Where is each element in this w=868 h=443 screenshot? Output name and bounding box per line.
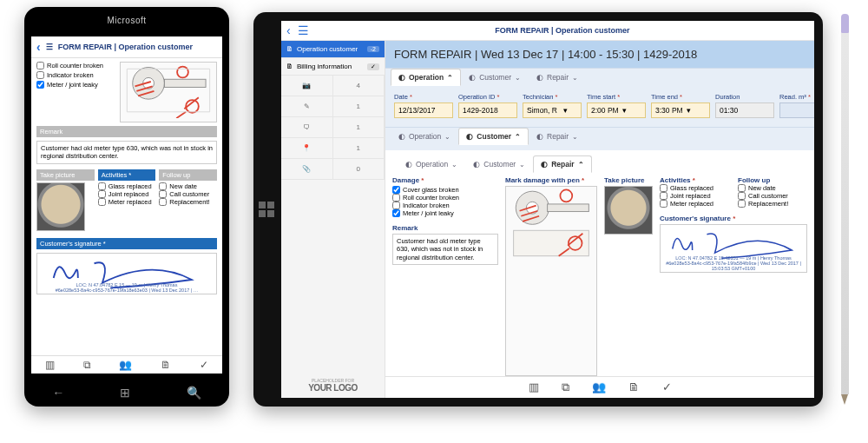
people-icon[interactable]: 👥	[592, 380, 606, 394]
svg-rect-6	[548, 204, 589, 212]
phone-activity-2-label: Meter replaced	[108, 198, 152, 206]
phone-activity-1[interactable]: Joint replaced	[98, 190, 156, 198]
repair-damage-1[interactable]: Roll counter broken	[392, 194, 498, 202]
repair-activity-2-checkbox[interactable]	[660, 200, 667, 208]
menu-icon[interactable]: ☰	[46, 43, 53, 51]
people-icon[interactable]: 👥	[119, 359, 132, 371]
phone-damage-1[interactable]: Indicator broken	[36, 71, 115, 79]
repair-damage-3-checkbox[interactable]	[392, 209, 400, 217]
repair-activity-2[interactable]: Meter replaced	[660, 200, 729, 208]
filter-icon[interactable]: ▥	[45, 359, 55, 371]
repair-damage-3[interactable]: Meter / joint leaky	[392, 209, 498, 217]
section-tab-customer[interactable]: ◐Customer⌃	[458, 128, 529, 145]
repair-activity-1[interactable]: Joint replaced	[660, 192, 729, 200]
check-icon[interactable]: ✓	[662, 380, 672, 394]
op-input-tend[interactable]	[651, 102, 710, 118]
tablet-screen: ‹ ☰ FORM REPAIR | Operation customer 🗎Op…	[281, 21, 814, 398]
os-search-icon[interactable]: 🔍	[187, 386, 201, 400]
sidebar-tab-0[interactable]: 🗎Operation customer-2	[281, 41, 385, 58]
phone-followup-2[interactable]: Replacement!	[159, 198, 217, 206]
repair-damage-0[interactable]: Cover glass broken	[392, 186, 498, 194]
repair-activity-1-checkbox[interactable]	[660, 192, 667, 200]
phone-followup-1-checkbox[interactable]	[159, 190, 167, 198]
phone-damage-2-checkbox[interactable]	[36, 81, 44, 89]
phone-followup-list: New dateCall customerReplacement!	[159, 182, 217, 206]
repair-damage-0-checkbox[interactable]	[392, 186, 400, 194]
repair-signature-hd: Customer's signature	[660, 215, 807, 222]
phone-followup-2-checkbox[interactable]	[159, 198, 167, 206]
phone-damage-1-checkbox[interactable]	[36, 71, 44, 79]
repair-followup-1[interactable]: Call customer	[738, 192, 807, 200]
section-tab-repair[interactable]: ◐Repair⌄	[529, 128, 586, 145]
paper-icon[interactable]: 🗎	[161, 359, 171, 371]
copy-icon[interactable]: ⧉	[83, 359, 91, 371]
phone-activity-0-checkbox[interactable]	[98, 182, 106, 190]
paper-icon[interactable]: 🗎	[628, 380, 640, 394]
phone-header-title: FORM REPAIR | Operation customer	[58, 43, 193, 51]
phone-photo-thumb[interactable]	[36, 182, 85, 231]
repair-signature-box[interactable]: LOC: N 47.04782 E 15.42351 — 19 m | Henr…	[660, 224, 807, 273]
section-tab-customer[interactable]: ◐Customer⌄	[461, 69, 529, 86]
post-icon[interactable]: 🗨	[281, 117, 333, 138]
damage-diagram[interactable]	[505, 186, 597, 376]
op-input-tech[interactable]	[523, 102, 582, 118]
damage-hd: Damage	[392, 176, 498, 184]
section-tab-operation[interactable]: ◐Operation⌄	[398, 155, 465, 173]
repair-damage-2-label: Indicator broken	[403, 202, 450, 209]
menu-icon[interactable]: ☰	[298, 23, 309, 37]
repair-followup-1-checkbox[interactable]	[738, 192, 746, 200]
repair-remark-text[interactable]: Customer had old meter type 630, which w…	[392, 234, 498, 265]
phone-activity-0[interactable]: Glass replaced	[98, 182, 156, 190]
op-input-date[interactable]	[394, 102, 453, 118]
back-icon[interactable]: ‹	[286, 23, 291, 37]
back-icon[interactable]: ‹	[36, 40, 41, 54]
copy-icon[interactable]: ⧉	[562, 380, 569, 394]
check-icon[interactable]: ✓	[200, 359, 208, 371]
repair-activity-0[interactable]: Glass replaced	[660, 184, 729, 192]
section-tab-operation[interactable]: ◐Operation⌃	[391, 69, 461, 86]
phone-damage-0[interactable]: Roll counter broken	[36, 62, 115, 69]
phone-followup-1[interactable]: Call customer	[159, 190, 217, 198]
pen-icon[interactable]: ✎	[281, 96, 333, 117]
os-home-icon[interactable]: ⊞	[120, 386, 130, 400]
repair-followup-0[interactable]: New date	[738, 184, 807, 192]
phone-followup-0[interactable]: New date	[159, 182, 217, 190]
op-input-opid[interactable]	[458, 102, 517, 118]
section-tab-repair[interactable]: ◐Repair⌃	[533, 155, 591, 173]
svg-point-3	[177, 67, 188, 78]
section-tab-operation[interactable]: ◐Operation⌄	[391, 128, 458, 145]
os-back-icon[interactable]: ←	[52, 386, 64, 400]
phone-remark-text[interactable]: Customer had old meter type 630, which w…	[36, 141, 217, 164]
tablet-appbar: ‹ ☰ FORM REPAIR | Operation customer	[281, 21, 814, 41]
op-input-dur[interactable]	[715, 102, 774, 118]
op-input-tstart[interactable]	[587, 102, 646, 118]
phone-activity-1-checkbox[interactable]	[98, 190, 106, 198]
phone-followup-0-checkbox[interactable]	[159, 182, 167, 190]
section-tab-label: Repair	[551, 160, 574, 169]
pin-icon[interactable]: 📍	[281, 138, 333, 159]
repair-photo-thumb[interactable]	[604, 186, 653, 235]
sidebar-tab-1[interactable]: 🗎Billing information✓	[281, 58, 385, 76]
repair-damage-1-checkbox[interactable]	[392, 194, 400, 202]
phone-followup-0-label: New date	[169, 182, 197, 190]
op-input-read[interactable]	[779, 102, 814, 118]
windows-key-icon[interactable]	[259, 202, 274, 217]
repair-activity-0-checkbox[interactable]	[660, 184, 667, 192]
filter-icon[interactable]: ▥	[529, 380, 539, 394]
sidebar-attachment-grid: 📷 4 ✎ 1 🗨 1 📍 1 📎 0	[281, 76, 385, 180]
section-tab-customer[interactable]: ◐Customer⌄	[465, 155, 533, 173]
phone-activity-2[interactable]: Meter replaced	[98, 198, 156, 206]
repair-followup-2[interactable]: Replacement!	[738, 200, 807, 208]
repair-damage-2[interactable]: Indicator broken	[392, 202, 498, 209]
phone-damage-diagram[interactable]	[120, 62, 217, 122]
repair-followup-2-checkbox[interactable]	[738, 200, 746, 208]
repair-followup-0-checkbox[interactable]	[738, 184, 746, 192]
phone-activity-2-checkbox[interactable]	[98, 198, 106, 206]
repair-damage-2-checkbox[interactable]	[392, 202, 400, 209]
phone-damage-2[interactable]: Meter / joint leaky	[36, 81, 115, 89]
section-tab-repair[interactable]: ◐Repair⌄	[529, 69, 586, 86]
clip-icon[interactable]: 📎	[281, 159, 333, 180]
phone-signature-box[interactable]: LOC: N 47.04782 E 15.— 19 m | Henry Thom…	[36, 253, 217, 294]
phone-damage-0-checkbox[interactable]	[36, 62, 44, 69]
camera-icon[interactable]: 📷	[281, 76, 333, 96]
